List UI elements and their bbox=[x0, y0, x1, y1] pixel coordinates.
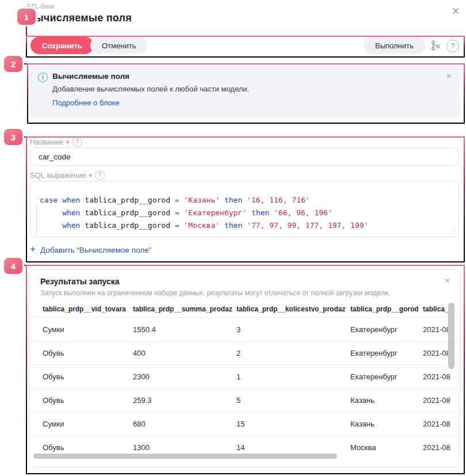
flow-diagram-icon[interactable] bbox=[429, 39, 442, 52]
sql-code-line: when tablica_prdp__gorod = 'Москва' then… bbox=[40, 219, 368, 232]
column-header: tablica_prdp__summa_prodaz bbox=[133, 305, 236, 313]
resize-handle-icon[interactable]: ⋰ bbox=[450, 228, 456, 235]
annotation-connector-3 bbox=[22, 136, 26, 138]
table-cell: 3 bbox=[236, 325, 350, 334]
table-cell: 2021-08 bbox=[423, 443, 460, 452]
table-cell: Сумки bbox=[43, 325, 133, 334]
table-cell: Екатеренбург bbox=[350, 372, 423, 381]
horizontal-scrollbar[interactable] bbox=[33, 454, 337, 459]
table-cell: 14 bbox=[236, 443, 350, 452]
cancel-button[interactable]: Отменить bbox=[90, 37, 147, 54]
sql-code: case when tablica_prdp__gorod = 'Казань'… bbox=[40, 194, 368, 232]
add-calculated-field-button[interactable]: + Добавить “Вычисляемое поле” bbox=[30, 244, 151, 256]
name-field-label: Название*? bbox=[30, 137, 82, 147]
annotation-connector-4 bbox=[22, 265, 26, 266]
sql-expression-editor[interactable]: case when tablica_prdp__gorod = 'Казань'… bbox=[30, 181, 459, 237]
table-cell: 680 bbox=[133, 420, 236, 428]
indent-guide bbox=[36, 204, 37, 234]
page-title: Вычисляемые поля bbox=[27, 12, 132, 24]
results-note: Запуск выполнен на ограниченном наборе д… bbox=[40, 289, 390, 297]
table-cell: Сумки bbox=[43, 420, 133, 428]
required-asterisk: * bbox=[89, 172, 91, 181]
table-cell: 1550.4 bbox=[133, 325, 236, 334]
sql-code-line: when tablica_prdp__gorod = 'Екатеренбург… bbox=[40, 207, 368, 219]
table-cell: 1 bbox=[236, 372, 350, 381]
table-row: Обувь23001Екатеренбург2021-08 bbox=[29, 365, 460, 389]
close-icon[interactable]: ✕ bbox=[449, 4, 463, 18]
save-button[interactable]: Сохранить bbox=[30, 37, 94, 54]
table-cell: 2021-08 bbox=[423, 396, 460, 405]
table-cell: 2021-08 bbox=[423, 372, 460, 381]
table-cell: 400 bbox=[133, 349, 236, 357]
results-table: tablica_prdp__vid_tovaratablica_prdp__su… bbox=[29, 301, 460, 459]
table-row: Обувь259.35Казань2021-08 bbox=[29, 389, 460, 412]
add-link-label: Добавить “Вычисляемое поле” bbox=[40, 246, 151, 254]
column-header: tablica_prdp__vid_tovara bbox=[43, 305, 133, 313]
table-cell: Екатеренбург bbox=[350, 349, 423, 357]
table-cell: 259.3 bbox=[133, 396, 236, 405]
table-header-row: tablica_prdp__vid_tovaratablica_prdp__su… bbox=[29, 301, 460, 318]
table-cell: 2300 bbox=[133, 372, 236, 381]
annotation-connector-2 bbox=[22, 63, 27, 64]
table-cell: Казань bbox=[350, 396, 423, 405]
table-cell: Москва bbox=[350, 443, 423, 452]
annotation-connector-1 bbox=[26, 24, 27, 36]
annotation-badge-3: 3 bbox=[4, 129, 22, 145]
table-cell: Обувь bbox=[43, 349, 133, 357]
table-cell: 2 bbox=[236, 349, 350, 357]
name-input[interactable] bbox=[30, 147, 459, 166]
table-cell: 1300 bbox=[133, 443, 236, 452]
help-icon[interactable]: ? bbox=[446, 40, 459, 52]
table-cell: Обувь bbox=[43, 443, 133, 452]
banner-close-icon[interactable]: ✕ bbox=[446, 72, 452, 81]
results-close-icon[interactable]: ✕ bbox=[444, 276, 450, 285]
field-help-icon[interactable]: ? bbox=[95, 170, 105, 180]
sql-field-label: SQL выражение*? bbox=[30, 170, 105, 180]
name-label-text: Название bbox=[30, 138, 63, 146]
sql-code-line: case when tablica_prdp__gorod = 'Казань'… bbox=[40, 194, 368, 207]
table-row: Обувь4002Екатеренбург2021-08 bbox=[29, 341, 460, 365]
table-cell: Обувь bbox=[43, 396, 133, 405]
annotation-badge-2: 2 bbox=[4, 56, 22, 72]
run-button[interactable]: Выполнить bbox=[364, 37, 425, 54]
column-header: tablica_prdp__kolicestvo_prodaz bbox=[236, 305, 350, 313]
modal-kicker: ETL-блок bbox=[27, 3, 54, 10]
table-cell: 5 bbox=[236, 396, 350, 405]
run-results-panel: Результаты запуска Запуск выполнен на ог… bbox=[29, 269, 460, 467]
table-cell: Обувь bbox=[43, 372, 133, 381]
info-icon: i bbox=[38, 73, 48, 82]
banner-description: Добавление вычисляемых полей к любой час… bbox=[52, 85, 249, 93]
etl-block-modal: ETL-блок Вычисляемые поля ✕ Сохранить От… bbox=[0, 0, 466, 476]
table-row: Сумки1550.43Екатеренбург2021-08 bbox=[29, 318, 460, 341]
required-asterisk: * bbox=[66, 139, 69, 148]
vertical-scrollbar[interactable] bbox=[448, 303, 454, 369]
table-cell: Екатеренбург bbox=[350, 325, 423, 334]
sql-label-text: SQL выражение bbox=[30, 171, 86, 180]
table-cell: 15 bbox=[236, 420, 350, 428]
table-cell: Казань bbox=[350, 420, 423, 428]
more-about-block-link[interactable]: Подробнее о блоке bbox=[52, 98, 120, 107]
annotation-badge-4: 4 bbox=[4, 258, 22, 274]
info-banner: i Вычисляемые поля Добавление вычисляемы… bbox=[29, 66, 460, 117]
column-header: tablica_prdp__gorod bbox=[350, 305, 423, 313]
table-cell: 2021-08 bbox=[423, 420, 460, 428]
plus-icon: + bbox=[30, 243, 36, 255]
field-help-icon[interactable]: ? bbox=[72, 137, 82, 147]
banner-title: Вычисляемые поля bbox=[52, 72, 129, 81]
results-title: Результаты запуска bbox=[40, 277, 120, 286]
table-row: Сумки68015Казань2021-08 bbox=[29, 412, 460, 436]
